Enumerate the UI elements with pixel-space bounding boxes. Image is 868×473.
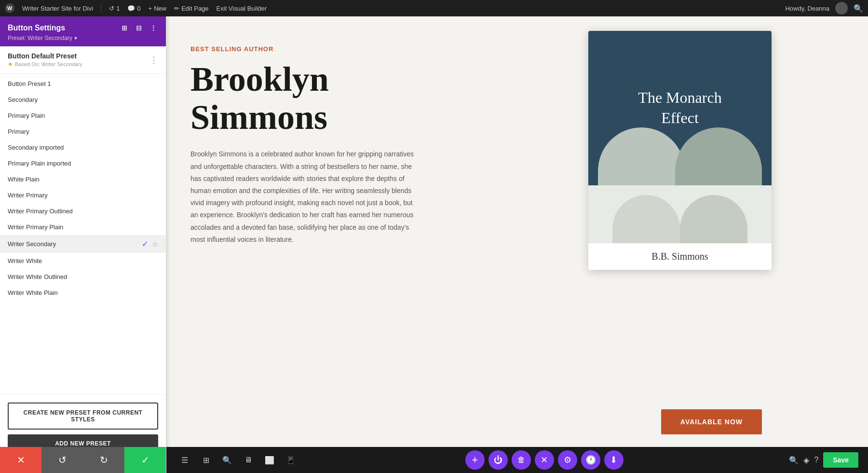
toolbar-mobile-icon[interactable]: 📱 bbox=[282, 451, 299, 469]
toolbar-right-search-icon[interactable]: 🔍 bbox=[789, 456, 799, 465]
preset-item-name: Writer Primary Plain bbox=[8, 223, 63, 231]
admin-bar-comments[interactable]: 💬 0 bbox=[127, 5, 140, 12]
book-card-footer: B.B. Simmons bbox=[588, 243, 772, 270]
preset-item[interactable]: Writer White Plain bbox=[0, 285, 166, 301]
preset-item[interactable]: Writer Secondary✓☆ bbox=[0, 235, 166, 253]
page-canvas: BEST SELLING AUTHOR Brooklyn Simmons Bro… bbox=[166, 16, 868, 473]
toolbar-right-layers-icon[interactable]: ◈ bbox=[803, 456, 809, 465]
create-preset-button[interactable]: CREATE NEW PRESET FROM CURRENT STYLES bbox=[8, 403, 158, 430]
preset-item[interactable]: Writer White bbox=[0, 253, 166, 269]
content-section: BEST SELLING AUTHOR Brooklyn Simmons Bro… bbox=[166, 16, 528, 473]
preset-header-more-icon[interactable]: ⋮ bbox=[149, 55, 158, 65]
author-bio: Brooklyn Simmons is a celebrated author … bbox=[190, 148, 422, 246]
toolbar-search-icon[interactable]: 🔍 bbox=[218, 451, 236, 469]
panel-more-icon[interactable]: ⋮ bbox=[149, 23, 158, 33]
main-layout: Button Settings ⊞ ⊟ ⋮ Preset: Writer Sec… bbox=[0, 0, 868, 473]
author-name: Brooklyn Simmons bbox=[190, 60, 504, 137]
book-arch-bottom-left bbox=[612, 195, 680, 243]
author-label: BEST SELLING AUTHOR bbox=[190, 45, 504, 53]
admin-bar-avatar[interactable] bbox=[835, 2, 848, 14]
toolbar-code-button[interactable]: ⬇ bbox=[604, 450, 624, 470]
available-now-button[interactable]: AVAILABLE NOW bbox=[661, 409, 762, 434]
panel-title-icons: ⊞ ⊟ ⋮ bbox=[120, 23, 158, 33]
default-preset-info: Button Default Preset ★ Based On: Writer… bbox=[8, 52, 82, 68]
redo-button[interactable]: ↻ bbox=[83, 447, 124, 473]
preset-item[interactable]: Primary bbox=[0, 124, 166, 139]
wp-logo[interactable]: W bbox=[5, 3, 14, 13]
admin-bar-revisions[interactable]: ↺ 1 bbox=[109, 5, 120, 12]
book-title: The Monarch Effect bbox=[628, 78, 731, 138]
panel-preset-label[interactable]: Preset: Writer Secondary ▾ bbox=[8, 35, 158, 42]
preset-item-name: Secondary imported bbox=[8, 144, 64, 151]
preset-item-name: Primary Plain bbox=[8, 112, 45, 119]
preset-item[interactable]: Writer Primary Plain bbox=[0, 219, 166, 235]
preset-item-name: White Plain bbox=[8, 176, 40, 183]
toolbar-desktop-icon[interactable]: 🖥 bbox=[240, 451, 257, 469]
book-arch-bottom-right bbox=[680, 195, 747, 243]
left-panel: Button Settings ⊞ ⊟ ⋮ Preset: Writer Sec… bbox=[0, 16, 166, 473]
toolbar-trash-button[interactable]: 🗑 bbox=[512, 450, 531, 470]
preset-item[interactable]: Secondary imported bbox=[0, 139, 166, 155]
bottom-actions: ✕ ↺ ↻ ✓ bbox=[0, 447, 166, 473]
preset-item-name: Writer White Outlined bbox=[8, 273, 67, 280]
toolbar-power-button[interactable]: ⏻ bbox=[488, 450, 508, 470]
preset-item-name: Button Preset 1 bbox=[8, 80, 51, 87]
preset-item[interactable]: Primary Plain bbox=[0, 108, 166, 124]
preset-star-icon[interactable]: ☆ bbox=[152, 240, 158, 248]
admin-bar-user: Howdy, Deanna bbox=[785, 5, 829, 12]
toolbar-center: + ⏻ 🗑 ✕ ⚙ 🕐 ⬇ bbox=[465, 450, 624, 470]
preset-item-name: Secondary bbox=[8, 96, 38, 103]
bottom-toolbar: ☰ ⊞ 🔍 🖥 ⬜ 📱 + ⏻ 🗑 ✕ ⚙ 🕐 ⬇ 🔍 ◈ ? Save bbox=[166, 447, 868, 473]
panel-header: Button Settings ⊞ ⊟ ⋮ Preset: Writer Sec… bbox=[0, 16, 166, 46]
save-button[interactable]: Save bbox=[823, 452, 858, 468]
toolbar-add-button[interactable]: + bbox=[465, 450, 485, 470]
preset-item-name: Primary bbox=[8, 128, 29, 135]
preset-item[interactable]: Secondary bbox=[0, 92, 166, 108]
undo-button[interactable]: ↺ bbox=[41, 447, 83, 473]
admin-bar-new[interactable]: + New bbox=[149, 5, 167, 12]
cancel-button[interactable]: ✕ bbox=[0, 447, 41, 473]
toolbar-close-button[interactable]: ✕ bbox=[535, 450, 554, 470]
preset-active-check-icon: ✓ bbox=[142, 239, 148, 249]
panel-title-row: Button Settings ⊞ ⊟ ⋮ bbox=[8, 23, 158, 33]
toolbar-clock-button[interactable]: 🕐 bbox=[581, 450, 600, 470]
preset-dropdown-header: Button Default Preset ★ Based On: Writer… bbox=[0, 46, 166, 74]
preset-item[interactable]: Writer Primary bbox=[0, 187, 166, 203]
admin-bar-search-icon[interactable]: 🔍 bbox=[854, 4, 863, 13]
preset-item-name: Writer White bbox=[8, 257, 42, 264]
panel-columns-icon[interactable]: ⊟ bbox=[134, 23, 144, 33]
default-preset-based-on: ★ Based On: Writer Secondary bbox=[8, 61, 82, 68]
preset-item-name: Primary Plain imported bbox=[8, 160, 71, 167]
preset-item-name: Writer Primary Outlined bbox=[8, 208, 73, 215]
preset-item[interactable]: Writer Primary Outlined bbox=[0, 203, 166, 219]
preset-item-name: Writer Secondary bbox=[8, 240, 56, 248]
toolbar-tablet-icon[interactable]: ⬜ bbox=[261, 451, 278, 469]
panel-title-text: Button Settings bbox=[8, 24, 65, 32]
book-section: The Monarch Effect B.B. Simmons bbox=[588, 31, 772, 270]
admin-bar: W Writer Starter Site for Divi ↺ 1 💬 0 +… bbox=[0, 0, 868, 16]
toolbar-settings-button[interactable]: ⚙ bbox=[558, 450, 577, 470]
main-content: BEST SELLING AUTHOR Brooklyn Simmons Bro… bbox=[166, 16, 868, 473]
toolbar-grid-icon[interactable]: ⊞ bbox=[197, 451, 215, 469]
book-cover-top: The Monarch Effect bbox=[588, 31, 772, 185]
book-card: The Monarch Effect B.B. Simmons bbox=[588, 31, 772, 270]
preset-item-name: Writer White Plain bbox=[8, 289, 58, 296]
default-preset-title: Button Default Preset bbox=[8, 52, 82, 60]
preset-item[interactable]: Writer White Outlined bbox=[0, 269, 166, 285]
default-preset-star-icon: ★ bbox=[8, 61, 13, 68]
preset-item-name: Writer Primary bbox=[8, 192, 48, 199]
preset-item[interactable]: Button Preset 1 bbox=[0, 76, 166, 92]
admin-bar-edit-page[interactable]: ✏ Edit Page bbox=[174, 5, 208, 12]
toolbar-right-help-icon[interactable]: ? bbox=[814, 456, 818, 464]
confirm-button[interactable]: ✓ bbox=[124, 447, 166, 473]
admin-bar-exit-builder[interactable]: Exit Visual Builder bbox=[217, 5, 267, 12]
toolbar-right: 🔍 ◈ ? Save bbox=[789, 452, 858, 468]
book-cover-bottom bbox=[588, 185, 772, 243]
book-author-name: B.B. Simmons bbox=[596, 251, 764, 262]
admin-bar-site-name[interactable]: Writer Starter Site for Divi bbox=[22, 5, 93, 12]
preset-item[interactable]: White Plain bbox=[0, 171, 166, 187]
panel-layout-icon[interactable]: ⊞ bbox=[120, 23, 129, 33]
preset-item[interactable]: Primary Plain imported bbox=[0, 155, 166, 171]
preset-list: Button Preset 1SecondaryPrimary PlainPri… bbox=[0, 74, 166, 394]
toolbar-menu-icon[interactable]: ☰ bbox=[176, 451, 193, 469]
